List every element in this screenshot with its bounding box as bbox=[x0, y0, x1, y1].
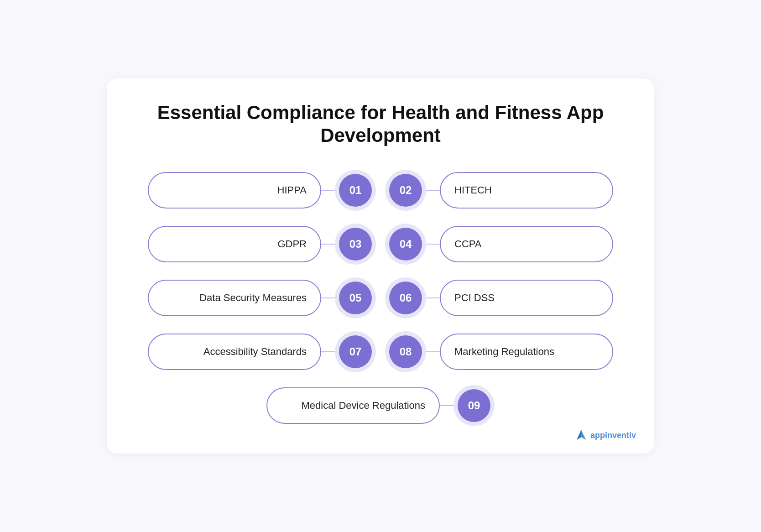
page-container: Essential Compliance for Health and Fitn… bbox=[107, 78, 654, 454]
connector-left-4 bbox=[321, 351, 335, 352]
connector-left-1 bbox=[321, 190, 335, 191]
circle-02: 02 bbox=[389, 174, 422, 207]
circle-outer-7: 07 bbox=[335, 331, 376, 372]
circle-outer-8: 08 bbox=[385, 331, 426, 372]
row-1: HIPPA 01 02 HITECH bbox=[134, 170, 627, 211]
pill-pci-dss: PCI DSS bbox=[440, 280, 613, 316]
circle-outer-4: 04 bbox=[385, 224, 426, 265]
circle-01: 01 bbox=[339, 174, 372, 207]
pair-right-3: 06 PCI DSS bbox=[385, 277, 613, 318]
connector-right-2 bbox=[426, 244, 440, 245]
row-3: Data Security Measures 05 06 bbox=[134, 277, 627, 318]
circle-04: 04 bbox=[389, 228, 422, 261]
circle-outer-5: 05 bbox=[335, 277, 376, 318]
pair-right-4: 08 Marketing Regulations bbox=[385, 331, 613, 372]
circle-06: 06 bbox=[389, 282, 422, 314]
circle-05: 05 bbox=[339, 282, 372, 314]
connector-right-4 bbox=[426, 351, 440, 352]
connector-left-3 bbox=[321, 297, 335, 298]
pill-hippa: HIPPA bbox=[148, 172, 321, 209]
pair-single: Medical Device Regulations 09 bbox=[266, 385, 495, 426]
pill-hitech: HITECH bbox=[440, 172, 613, 209]
pill-data-security: Data Security Measures bbox=[148, 280, 321, 316]
pair-right-2: 04 CCPA bbox=[385, 224, 613, 265]
connector-right-3 bbox=[426, 297, 440, 298]
connector-left-2 bbox=[321, 244, 335, 245]
circle-outer-6: 06 bbox=[385, 277, 426, 318]
pill-accessibility: Accessibility Standards bbox=[148, 334, 321, 370]
circle-09: 09 bbox=[458, 389, 490, 422]
circle-outer-3: 03 bbox=[335, 224, 376, 265]
circle-outer-1: 01 bbox=[335, 170, 376, 211]
appinventiv-logo-icon bbox=[574, 428, 589, 443]
pair-left-4: Accessibility Standards 07 bbox=[148, 331, 376, 372]
pill-ccpa: CCPA bbox=[440, 226, 613, 262]
circle-03: 03 bbox=[339, 228, 372, 261]
pair-left-2: GDPR 03 bbox=[148, 224, 376, 265]
pill-gdpr: GDPR bbox=[148, 226, 321, 262]
circle-08: 08 bbox=[389, 335, 422, 368]
circle-07: 07 bbox=[339, 335, 372, 368]
row-2: GDPR 03 04 CCPA bbox=[134, 224, 627, 265]
logo: appinventiv bbox=[574, 428, 636, 443]
connector-right-1 bbox=[426, 190, 440, 191]
pill-medical-device: Medical Device Regulations bbox=[266, 387, 440, 424]
circle-outer-2: 02 bbox=[385, 170, 426, 211]
row-4: Accessibility Standards 07 08 bbox=[134, 331, 627, 372]
pair-left-3: Data Security Measures 05 bbox=[148, 277, 376, 318]
pair-left-1: HIPPA 01 bbox=[148, 170, 376, 211]
compliance-grid: HIPPA 01 02 HITECH bbox=[134, 170, 627, 426]
pill-marketing-regulations: Marketing Regulations bbox=[440, 334, 613, 370]
svg-marker-1 bbox=[577, 430, 581, 440]
connector-single bbox=[440, 405, 453, 406]
logo-text: appinventiv bbox=[590, 431, 636, 440]
row-5-single: Medical Device Regulations 09 bbox=[134, 385, 627, 426]
circle-outer-9: 09 bbox=[453, 385, 495, 426]
pair-right-1: 02 HITECH bbox=[385, 170, 613, 211]
page-title: Essential Compliance for Health and Fitn… bbox=[134, 101, 627, 147]
